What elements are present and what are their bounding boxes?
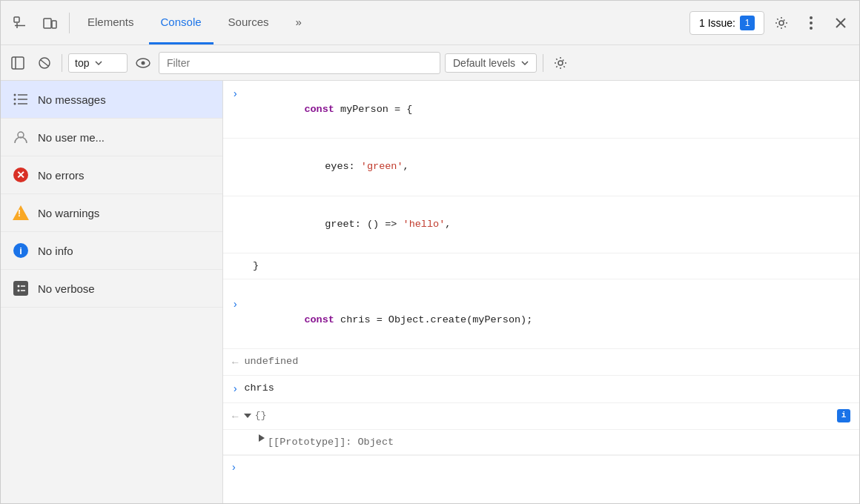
svg-point-19 <box>14 99 16 101</box>
error-icon: ✕ <box>13 167 29 183</box>
console-line: › chris <box>223 376 859 402</box>
info-icon: i <box>13 242 29 259</box>
prototype-label: [[Prototype]]: Object <box>268 434 850 451</box>
console-code: eyes: 'green', <box>253 143 850 191</box>
issues-label: 1 Issue: <box>699 17 735 29</box>
sidebar-item-errors[interactable]: ✕ No errors <box>1 156 222 194</box>
default-levels-button[interactable]: Default levels <box>445 53 537 73</box>
console-line: › const chris = Object.create(myPerson); <box>223 291 859 349</box>
sidebar-item-messages[interactable]: No messages <box>1 81 222 119</box>
expand-arrow-icon[interactable] <box>244 414 251 418</box>
console-return-value: undefined <box>244 354 850 370</box>
svg-point-5 <box>779 21 784 25</box>
close-button[interactable] <box>828 10 853 36</box>
svg-point-13 <box>142 61 145 64</box>
issues-count-icon: 1 <box>740 16 755 30</box>
svg-rect-0 <box>14 17 19 22</box>
issues-badge[interactable]: 1 Issue: 1 <box>689 11 764 35</box>
user-icon <box>13 129 29 145</box>
tab-elements[interactable]: Elements <box>76 1 146 44</box>
console-output[interactable]: › const myPerson = { eyes: 'green', gree… <box>223 81 859 503</box>
console-line-return: ← undefined <box>223 349 859 376</box>
tab-more[interactable]: » <box>284 1 314 44</box>
sidebar-label-verbose: No verbose <box>38 282 95 295</box>
sidebar-label-info: No info <box>38 245 73 257</box>
console-code: const chris = Object.create(myPerson); <box>244 296 850 344</box>
eye-icon[interactable] <box>132 52 154 74</box>
expand-prototype-icon[interactable] <box>259 434 265 442</box>
console-line-obj[interactable]: ← {} i <box>223 403 859 430</box>
main-area: No messages No user me... ✕ No errors <box>1 81 859 503</box>
inspect-element-icon[interactable] <box>7 10 33 36</box>
svg-rect-8 <box>12 57 24 69</box>
sidebar-item-verbose[interactable]: No verbose <box>1 270 222 308</box>
tab-bar: Elements Console Sources » 1 Issue: 1 <box>1 1 859 45</box>
sidebar: No messages No user me... ✕ No errors <box>1 81 223 503</box>
svg-point-22 <box>18 285 20 288</box>
svg-rect-4 <box>52 21 56 28</box>
devtools-window: Elements Console Sources » 1 Issue: 1 <box>0 0 860 504</box>
sidebar-label-messages: No messages <box>38 93 106 106</box>
svg-line-11 <box>41 60 48 66</box>
prompt-icon: › <box>232 85 238 102</box>
issues-count: 1 <box>745 18 750 28</box>
toolbar-divider-1 <box>62 54 62 72</box>
sidebar-label-errors: No errors <box>38 169 85 182</box>
console-code: chris <box>244 380 850 397</box>
sidebar-item-info[interactable]: i No info <box>1 232 222 270</box>
sidebar-toggle-button[interactable] <box>7 52 29 74</box>
warning-icon <box>13 205 29 221</box>
list-icon <box>13 91 29 107</box>
divider-1 <box>69 13 70 33</box>
verbose-icon <box>13 280 29 296</box>
console-line: greet: () => 'hello', <box>223 196 859 254</box>
tab-sources[interactable]: Sources <box>216 1 281 44</box>
toolbar-divider-2 <box>543 54 543 72</box>
svg-point-18 <box>14 94 16 96</box>
console-code: } <box>253 258 850 274</box>
console-line-blank <box>223 279 859 291</box>
tab-console[interactable]: Console <box>149 1 214 44</box>
prompt-icon: › <box>232 380 238 397</box>
sidebar-label-user: No user me... <box>38 131 105 144</box>
svg-point-14 <box>558 61 563 65</box>
console-input-line[interactable]: › <box>223 455 859 503</box>
more-options-button[interactable] <box>798 10 824 36</box>
return-prompt: ← <box>232 408 238 425</box>
filter-input[interactable] <box>159 52 440 74</box>
context-selector[interactable]: top <box>68 53 128 73</box>
device-toggle-icon[interactable] <box>36 10 63 36</box>
console-obj-value: {} <box>254 408 833 424</box>
input-prompt-icon: › <box>232 460 236 473</box>
prompt-icon: › <box>232 296 238 313</box>
console-line: } <box>223 253 859 279</box>
settings-button[interactable] <box>769 10 794 36</box>
obj-info-icon: i <box>837 409 850 422</box>
console-code: const myPerson = { <box>244 85 850 133</box>
svg-rect-3 <box>44 19 51 28</box>
sidebar-item-warnings[interactable]: No warnings <box>1 194 222 232</box>
context-value: top <box>75 57 89 69</box>
tab-bar-right: 1 Issue: 1 <box>689 10 853 36</box>
console-line: eyes: 'green', <box>223 139 859 196</box>
console-code: greet: () => 'hello', <box>253 201 850 249</box>
default-levels-label: Default levels <box>453 57 515 69</box>
sidebar-item-user-messages[interactable]: No user me... <box>1 119 222 156</box>
sidebar-label-warnings: No warnings <box>38 207 99 219</box>
svg-point-20 <box>14 103 16 105</box>
return-prompt: ← <box>232 354 238 371</box>
three-dots-icon <box>807 13 816 33</box>
clear-console-button[interactable] <box>33 52 56 74</box>
console-line: › const myPerson = { <box>223 81 859 139</box>
console-line-prototype[interactable]: [[Prototype]]: Object <box>223 430 859 456</box>
toolbar: top Default levels <box>1 45 859 81</box>
svg-point-23 <box>18 290 20 292</box>
settings-gear-icon[interactable] <box>549 52 572 74</box>
